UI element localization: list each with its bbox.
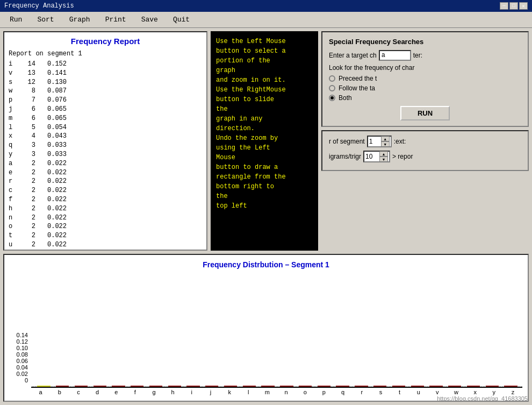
freq-val: 0.022 xyxy=(40,186,67,195)
radio-both-btn[interactable] xyxy=(329,95,335,101)
radio-preceed-btn[interactable] xyxy=(329,75,335,82)
table-row xyxy=(168,386,181,387)
x-label: w xyxy=(447,389,465,395)
freq-char: w xyxy=(9,87,16,96)
instruction-line: using the Left xyxy=(216,143,313,153)
menu-item-quit[interactable]: Quit xyxy=(166,13,197,26)
table-row xyxy=(299,386,312,387)
menu-item-sort[interactable]: Sort xyxy=(30,13,61,26)
freq-val: 0.022 xyxy=(40,195,67,204)
title-bar: Frequency Analysis — □ ✕ xyxy=(0,0,532,12)
window-controls: — □ ✕ xyxy=(500,2,528,10)
table-row xyxy=(429,386,442,387)
target-char-input[interactable] xyxy=(379,50,411,61)
enter-target-row: Enter a target ch ter: xyxy=(329,50,521,61)
x-label: x xyxy=(466,389,485,395)
list-item: s120.130 xyxy=(9,78,202,87)
table-row xyxy=(392,386,405,387)
menu-item-print[interactable]: Print xyxy=(98,13,134,26)
freq-count: 12 xyxy=(20,78,35,87)
freq-char: x xyxy=(9,132,16,141)
ngrams-up-btn[interactable]: ▲ xyxy=(379,151,388,157)
list-item: o20.022 xyxy=(9,222,202,231)
minimize-button[interactable]: — xyxy=(500,2,508,10)
maximize-button[interactable]: □ xyxy=(509,2,518,10)
freq-val: 0.033 xyxy=(40,150,67,159)
watermark: https://blog.csdn.net/qq_41683305 xyxy=(437,395,528,402)
enter-label2: ter: xyxy=(413,52,422,59)
x-label: k xyxy=(220,389,239,395)
list-item: a20.022 xyxy=(9,159,202,168)
freq-char: s xyxy=(9,78,16,87)
chart-bars-wrapper: abcdefghijklmnopqrstuvwxyz xyxy=(31,387,522,395)
segment-up-btn[interactable]: ▲ xyxy=(381,136,390,141)
freq-val: 0.065 xyxy=(40,114,67,123)
list-item: c20.022 xyxy=(9,186,202,195)
table-row xyxy=(411,386,424,387)
segment-down-btn[interactable]: ▼ xyxy=(381,141,390,147)
x-label: j xyxy=(201,389,220,395)
freq-char: r xyxy=(9,177,16,186)
freq-val: 0.022 xyxy=(40,222,67,231)
segment-num-label: r of segment xyxy=(329,138,365,145)
x-label: u xyxy=(409,389,428,395)
list-item: i140.152 xyxy=(9,60,202,69)
freq-val: 0.065 xyxy=(40,105,67,114)
app-title: Frequency Analysis xyxy=(4,2,74,10)
chart-title: Frequency Distrbution – Segment 1 xyxy=(10,260,522,269)
table-row xyxy=(504,386,517,387)
y-label: 0.04 xyxy=(17,364,28,371)
list-item: x40.043 xyxy=(9,132,202,141)
list-item: p70.076 xyxy=(9,96,202,105)
freq-char: u xyxy=(9,240,16,250)
y-label: 0 xyxy=(25,377,28,383)
menu-item-run[interactable]: Run xyxy=(2,13,30,26)
chart-grid xyxy=(31,387,522,388)
x-label: t xyxy=(390,389,409,395)
radio-both[interactable]: Both xyxy=(329,94,521,102)
freq-char: m xyxy=(9,114,16,123)
table-row xyxy=(355,386,368,387)
table-row xyxy=(280,386,293,387)
segment-num-row: r of segment 1 ▲ ▼ :ext: xyxy=(329,136,521,147)
x-label: p xyxy=(314,389,333,395)
freq-char: f xyxy=(9,195,16,204)
freq-count: 2 xyxy=(20,195,35,204)
freq-count: 2 xyxy=(20,159,35,168)
freq-count: 8 xyxy=(20,87,35,96)
ngrams-down-btn[interactable]: ▼ xyxy=(379,157,388,162)
freq-char: o xyxy=(9,222,16,231)
chart-inner: 0.140.120.100.080.060.040.020 abcdefghij… xyxy=(10,273,522,395)
instruction-panel: Use the Left Mousebutton to select aport… xyxy=(211,31,318,251)
freq-count: 3 xyxy=(20,150,35,159)
segment-label: Report on segment 1 xyxy=(9,50,202,58)
menu-item-graph[interactable]: Graph xyxy=(62,13,98,26)
list-item: e20.022 xyxy=(9,168,202,177)
freq-char: e xyxy=(9,168,16,177)
menu-item-save[interactable]: Save xyxy=(134,13,166,26)
table-row xyxy=(56,386,69,387)
freq-val: 0.022 xyxy=(40,240,67,250)
x-label: n xyxy=(277,389,296,395)
freq-count: 7 xyxy=(20,96,35,105)
instruction-line: Undo the zoom by xyxy=(216,133,313,143)
freq-char: a xyxy=(9,159,16,168)
chart-section: Frequency Distrbution – Segment 1 0.140.… xyxy=(3,254,529,402)
freq-val: 0.043 xyxy=(40,132,67,141)
enter-label: Enter a target ch xyxy=(329,52,377,59)
instruction-line: the xyxy=(216,191,313,201)
freq-count: 2 xyxy=(20,222,35,231)
radio-follow[interactable]: Follow the ta xyxy=(329,84,521,92)
close-button[interactable]: ✕ xyxy=(519,2,528,10)
x-label: b xyxy=(50,389,69,395)
run-button[interactable]: RUN xyxy=(400,106,450,120)
x-label: f xyxy=(126,389,145,395)
freq-char: l xyxy=(9,123,16,132)
freq-char: c xyxy=(9,186,16,195)
report-label: > repor xyxy=(392,153,413,160)
radio-follow-btn[interactable] xyxy=(329,85,335,91)
radio-preceed[interactable]: Preceed the t xyxy=(329,75,521,82)
freq-val: 0.022 xyxy=(40,204,67,214)
table-row xyxy=(224,386,237,387)
list-item: h20.022 xyxy=(9,204,202,214)
